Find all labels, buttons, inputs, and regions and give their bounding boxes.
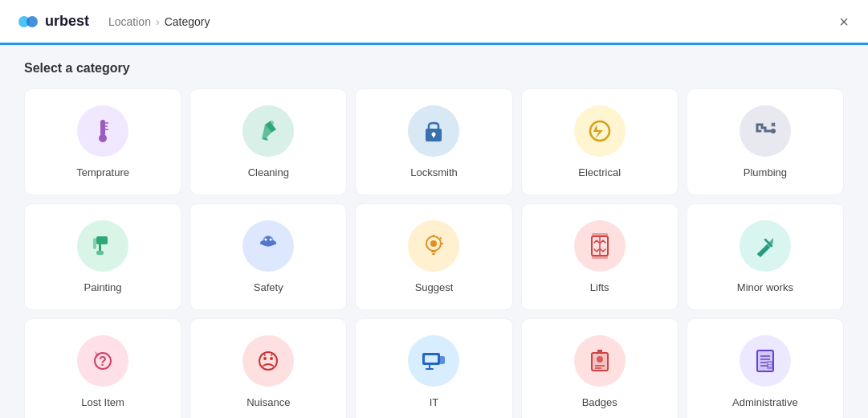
- nuisance-icon-circle: [242, 335, 294, 387]
- suggest-icon-circle: [408, 220, 459, 272]
- locksmith-label: Locksmith: [410, 166, 458, 178]
- nuisance-icon: [254, 346, 283, 375]
- app-container: urbest Location › Category × Select a ca…: [0, 0, 868, 418]
- temperature-icon-circle: [77, 105, 128, 157]
- it-icon-circle: [408, 335, 459, 387]
- temperature-icon: [88, 117, 117, 145]
- svg-point-27: [430, 240, 437, 247]
- category-temperature[interactable]: Temprature: [24, 88, 181, 195]
- badges-icon-circle: [574, 335, 626, 387]
- category-electrical[interactable]: Electrical: [521, 88, 679, 195]
- safety-icon: [254, 232, 283, 260]
- it-label: IT: [430, 396, 439, 408]
- category-grid: Temprature Cleaning: [24, 88, 844, 418]
- svg-point-12: [771, 129, 776, 133]
- plumbing-icon: [751, 117, 780, 145]
- lost-item-icon: ?: [88, 346, 117, 375]
- svg-rect-57: [767, 361, 773, 369]
- painting-icon-circle: [77, 220, 128, 272]
- category-lifts[interactable]: Lifts: [521, 203, 679, 310]
- category-administrative[interactable]: Administrative: [687, 318, 844, 418]
- svg-rect-29: [432, 253, 435, 255]
- locksmith-icon-circle: [408, 105, 459, 157]
- administrative-icon-circle: [740, 335, 791, 387]
- logo-icon: [16, 10, 40, 34]
- svg-point-39: [263, 357, 267, 360]
- minor-works-icon-circle: [740, 220, 791, 272]
- svg-point-20: [265, 239, 267, 241]
- cleaning-icon-circle: [242, 105, 294, 157]
- cleaning-icon: [254, 117, 283, 145]
- breadcrumb-location[interactable]: Location: [108, 15, 151, 28]
- svg-point-48: [597, 356, 603, 363]
- minor-works-label: Minor works: [737, 281, 793, 293]
- category-locksmith[interactable]: Locksmith: [355, 88, 512, 195]
- svg-point-3: [99, 134, 107, 142]
- header: urbest Location › Category ×: [0, 0, 868, 45]
- svg-point-40: [270, 357, 273, 360]
- svg-point-21: [270, 239, 272, 241]
- temperature-label: Temprature: [76, 166, 129, 178]
- lost-item-icon-circle: ?: [77, 335, 128, 387]
- plumbing-label: Plumbing: [744, 166, 787, 178]
- category-lost-item[interactable]: ? Lost Item: [24, 318, 181, 418]
- close-button[interactable]: ×: [836, 10, 852, 33]
- svg-rect-32: [592, 233, 608, 236]
- category-plumbing[interactable]: Plumbing: [687, 88, 844, 195]
- electrical-icon: [585, 117, 614, 145]
- svg-point-1: [26, 16, 38, 27]
- suggest-icon: [419, 232, 448, 260]
- lifts-label: Lifts: [590, 281, 609, 293]
- svg-text:?: ?: [99, 354, 107, 368]
- category-safety[interactable]: Safety: [189, 203, 347, 310]
- breadcrumb-separator: ›: [156, 15, 160, 28]
- lifts-icon: [585, 232, 614, 260]
- electrical-label: Electrical: [578, 166, 621, 178]
- page-title: Select a category: [24, 61, 844, 76]
- svg-rect-33: [592, 256, 608, 259]
- electrical-icon-circle: [574, 105, 626, 157]
- svg-rect-15: [96, 251, 104, 255]
- safety-label: Safety: [254, 281, 283, 293]
- svg-rect-10: [433, 134, 434, 137]
- svg-rect-22: [260, 242, 276, 244]
- painting-icon: [88, 232, 117, 260]
- svg-rect-2: [100, 120, 105, 136]
- svg-rect-42: [425, 355, 438, 363]
- svg-rect-16: [93, 238, 96, 249]
- category-minor-works[interactable]: Minor works: [687, 203, 844, 310]
- category-nuisance[interactable]: Nuisance: [189, 318, 347, 418]
- administrative-label: Administrative: [732, 396, 798, 408]
- locksmith-icon: [419, 117, 448, 145]
- category-painting[interactable]: Painting: [24, 203, 181, 310]
- suggest-label: Suggest: [415, 281, 454, 293]
- svg-rect-13: [96, 236, 108, 244]
- svg-point-7: [269, 121, 274, 125]
- header-left: urbest Location › Category: [16, 10, 210, 34]
- category-cleaning[interactable]: Cleaning: [189, 88, 347, 195]
- safety-icon-circle: [242, 220, 294, 272]
- category-badges[interactable]: Badges: [521, 318, 679, 418]
- cleaning-label: Cleaning: [248, 166, 289, 178]
- badges-label: Badges: [582, 396, 617, 408]
- painting-label: Painting: [84, 281, 122, 293]
- plumbing-icon-circle: [740, 105, 791, 157]
- svg-point-35: [757, 252, 760, 256]
- logo-text: urbest: [45, 13, 89, 30]
- category-it[interactable]: IT: [355, 318, 512, 418]
- category-suggest[interactable]: Suggest: [355, 203, 512, 310]
- minor-works-icon: [751, 232, 780, 260]
- it-icon: [419, 346, 448, 375]
- administrative-icon: [751, 346, 780, 375]
- nuisance-label: Nuisance: [247, 396, 290, 408]
- content-area: Select a category Temprature: [0, 45, 868, 418]
- svg-line-25: [440, 238, 442, 240]
- badges-icon: [585, 346, 614, 375]
- logo: urbest: [16, 10, 89, 34]
- svg-rect-14: [99, 244, 101, 251]
- lifts-icon-circle: [574, 220, 626, 272]
- breadcrumb-current: Category: [165, 15, 210, 28]
- svg-rect-45: [426, 368, 434, 370]
- svg-rect-43: [438, 356, 445, 364]
- lost-item-label: Lost Item: [81, 396, 124, 408]
